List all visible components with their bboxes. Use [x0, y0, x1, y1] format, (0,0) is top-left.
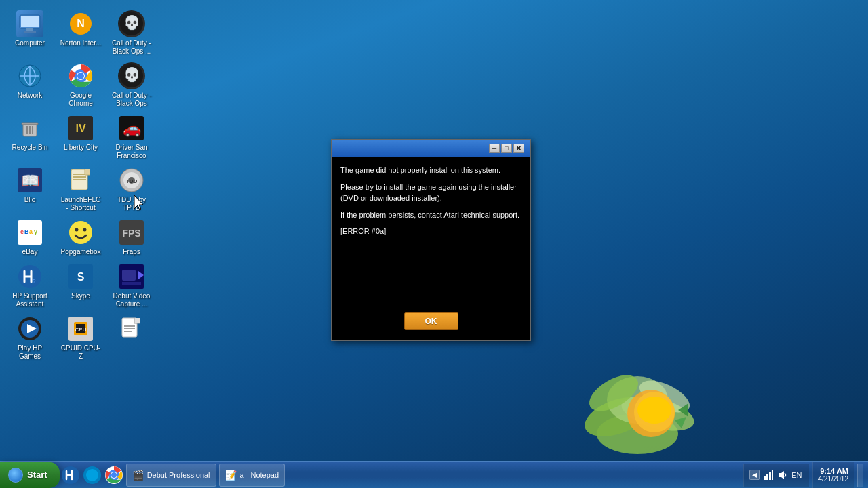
cod1-label: Call of Duty - Black Ops ... [111, 39, 153, 56]
clock-date: 4/21/2012 [818, 475, 849, 483]
svg-rect-41 [73, 176, 86, 178]
desktop-icon-hp[interactable]: ? HP Support Assistant [7, 260, 53, 312]
desktop-icon-cod2[interactable]: 💀 Call of Duty - Black Ops [108, 59, 155, 111]
dialog-close-button[interactable]: ✕ [513, 144, 524, 153]
desktop-icon-computer[interactable]: Computer [7, 7, 53, 59]
fraps-icon: FPS [118, 219, 145, 246]
svg-text:y: y [34, 228, 37, 235]
debut-icon [118, 263, 145, 290]
taskbar-chrome-icon[interactable] [104, 466, 123, 485]
desktop-icon-fraps[interactable]: FPS Fraps [108, 216, 155, 260]
desktop-icon-liberty[interactable]: IV Liberty City [58, 111, 104, 163]
popgamebox-icon [67, 219, 94, 246]
svg-rect-43 [85, 169, 90, 175]
svg-text:S: S [77, 271, 85, 283]
svg-rect-13 [26, 28, 33, 31]
network-icon [16, 62, 43, 89]
svg-point-7 [634, 392, 675, 432]
taskbar-debut-icon: 🎬 [132, 470, 144, 481]
tdu-label: TDU 2 by TPTB [111, 196, 153, 212]
svg-point-5 [635, 374, 694, 419]
svg-rect-40 [73, 174, 86, 175]
hp-icon: ? [16, 263, 43, 290]
desktop-icon-skype[interactable]: S Skype [58, 260, 104, 312]
desktop-icon-launchEFLC[interactable]: LaunchEFLC - Shortcut [58, 163, 104, 216]
svg-rect-65 [122, 282, 141, 285]
network-label: Network [18, 92, 43, 100]
driver-label: Driver San Francisco [111, 144, 153, 160]
desktop-icon-popgamebox[interactable]: Popgamebox [58, 216, 104, 260]
svg-text:TDU: TDU [126, 178, 138, 184]
norton-label: Norton Inter... [60, 39, 102, 47]
svg-point-6 [627, 390, 675, 437]
dialog-minimize-button[interactable]: ─ [489, 144, 500, 153]
svg-text:CPU: CPU [75, 327, 87, 333]
taskbar-hp-icon[interactable] [61, 466, 80, 485]
recycle-label: Recycle Bin [12, 144, 48, 152]
desktop-icon-cpuid[interactable]: CPU CPUID CPU-Z [58, 312, 104, 364]
svg-point-4 [583, 368, 644, 419]
dialog-buttons: OK [332, 306, 530, 340]
taskbar-notepad-icon: 📝 [225, 470, 237, 481]
dialog-maximize-button[interactable]: □ [501, 144, 512, 153]
desktop-icon-play-hp[interactable]: Play HP Games [7, 312, 53, 364]
svg-point-84 [111, 472, 117, 478]
launchEFLC-icon [67, 167, 94, 194]
desktop-icon-debut[interactable]: Debut Video Capture ... [108, 260, 155, 312]
skype-icon: S [67, 263, 94, 290]
desktop-icons-container: Computer N Norton Inter... 💀 Call of Dut… [7, 7, 156, 364]
svg-point-1 [579, 389, 654, 444]
svg-rect-14 [24, 31, 36, 33]
svg-rect-74 [134, 318, 140, 323]
play-hp-label: Play HP Games [9, 344, 51, 361]
start-label: Start [27, 470, 47, 480]
norton-icon: N [67, 10, 94, 37]
svg-point-25 [77, 73, 84, 79]
taskbar-item-notepad[interactable]: 📝 a - Notepad [219, 464, 285, 487]
desktop-icon-blio[interactable]: 📖 Blio [7, 163, 53, 216]
system-clock[interactable]: 9:14 AM 4/21/2012 [812, 462, 854, 489]
start-button[interactable]: Start [0, 462, 60, 488]
desktop-icon-recycle[interactable]: Recycle Bin [7, 111, 53, 163]
liberty-icon: IV [67, 115, 94, 142]
tray-expand-button[interactable]: ◀ [749, 470, 760, 480]
desktop-icon-ebay[interactable]: e B a y eBay [7, 216, 53, 260]
dialog-line1: The game did not properly install on thi… [340, 165, 521, 176]
blio-icon: 📖 [16, 167, 43, 194]
tray-icon-network[interactable] [763, 470, 774, 481]
hp-label: HP Support Assistant [9, 292, 51, 308]
svg-point-3 [607, 376, 668, 424]
dialog-title-bar: ─ □ ✕ [332, 140, 530, 157]
taskbar-norton-icon[interactable] [83, 466, 102, 485]
desktop-icon-driver[interactable]: 🚗 Driver San Francisco [108, 111, 155, 163]
dialog-line2: Please try to install the game again usi… [340, 182, 521, 204]
svg-rect-87 [769, 472, 771, 480]
show-desktop-button[interactable] [857, 464, 863, 487]
cpuid-label: CPUID CPU-Z [60, 344, 102, 361]
text-icon [118, 315, 145, 342]
taskbar-item-debut[interactable]: 🎬 Debut Professional [126, 464, 216, 487]
skype-label: Skype [71, 292, 90, 300]
svg-marker-10 [675, 417, 686, 428]
tray-icon-volume[interactable] [776, 470, 787, 481]
svg-text:N: N [77, 18, 85, 29]
svg-text:?: ? [33, 278, 36, 284]
tray-lang-indicator[interactable]: EN [790, 470, 803, 481]
desktop-icon-tdu[interactable]: TDU TDU 2 by TPTB [108, 163, 155, 216]
dialog-ok-button[interactable]: OK [404, 312, 458, 330]
play-hp-icon [16, 315, 43, 342]
desktop-icon-chrome[interactable]: Google Chrome [58, 59, 104, 111]
svg-text:💀: 💀 [123, 66, 140, 83]
chrome-icon [67, 62, 94, 89]
svg-rect-29 [22, 123, 38, 125]
svg-text:IV: IV [75, 123, 85, 134]
svg-marker-89 [779, 471, 784, 479]
desktop-icon-network[interactable]: Network [7, 59, 53, 111]
desktop-icon-norton[interactable]: N Norton Inter... [58, 7, 104, 59]
svg-marker-9 [678, 403, 688, 417]
svg-text:📖: 📖 [21, 171, 40, 190]
svg-rect-88 [772, 470, 773, 480]
fraps-label: Fraps [123, 248, 140, 256]
desktop-icon-text[interactable] [108, 312, 155, 364]
desktop-icon-cod1[interactable]: 💀 Call of Duty - Black Ops ... [108, 7, 155, 59]
